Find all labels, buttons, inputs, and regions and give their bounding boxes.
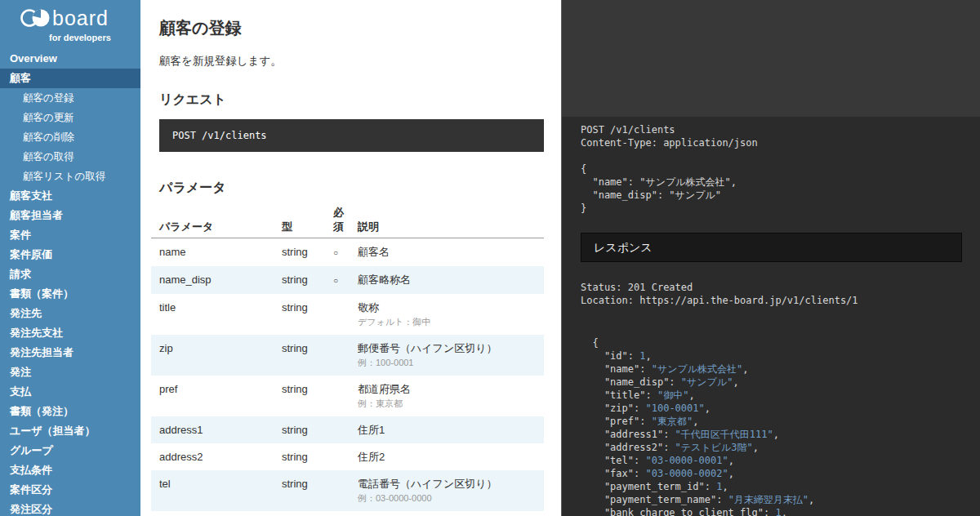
request-endpoint-code: POST /v1/clients — [159, 119, 544, 152]
param-name-cell: name_disp — [151, 266, 274, 294]
sidebar-item[interactable]: 顧客の削除 — [0, 127, 140, 147]
sidebar-item[interactable]: 顧客支社 — [0, 186, 140, 206]
request-heading: リクエスト — [159, 91, 544, 108]
sidebar-item[interactable]: 支払条件 — [0, 460, 140, 480]
required-mark: ○ — [333, 276, 338, 285]
board-logo[interactable]: board for developers — [0, 0, 140, 42]
sidebar-item[interactable]: 書類（発注） — [0, 402, 140, 421]
sidebar-item[interactable]: グループ — [0, 441, 140, 460]
sidebar-item[interactable]: 顧客リストの取得 — [0, 167, 140, 186]
param-type-cell: string — [274, 443, 325, 470]
sidebar-item[interactable]: 顧客の登録 — [0, 88, 140, 108]
param-note: 例：東京都 — [358, 398, 539, 410]
sidebar-item[interactable]: 案件 — [0, 225, 140, 245]
param-type-cell: string — [274, 294, 325, 335]
param-required-cell: ○ — [325, 238, 350, 267]
page-title: 顧客の登録 — [159, 18, 544, 38]
code-line: Content-Type: application/json — [581, 136, 964, 149]
response-section-header: レスポンス — [581, 233, 962, 262]
table-row: zipstring郵便番号（ハイフン区切り）例：100-0001 — [151, 335, 544, 376]
response-example-code: { "id": 1, "name": "サンプル株式会社", "name_dis… — [562, 307, 980, 516]
code-line: "zip": "100-0001", — [581, 402, 964, 415]
sidebar-item[interactable]: 顧客の取得 — [0, 147, 140, 167]
parameters-table: パラメータ型必須説明 namestring○顧客名name_dispstring… — [151, 201, 544, 516]
table-row: name_dispstring○顧客略称名 — [151, 266, 544, 294]
param-description: 都道府県名 — [358, 382, 539, 396]
code-line: "title": "御中", — [581, 389, 964, 402]
param-note: デフォルト：御中 — [358, 316, 539, 328]
param-description-cell: 顧客略称名 — [350, 266, 544, 294]
param-required-cell — [325, 470, 350, 511]
code-line — [581, 149, 964, 162]
param-note: 例：03-0000-0000 — [358, 492, 539, 505]
sidebar-item[interactable]: 発注先担当者 — [0, 343, 140, 363]
sidebar-item[interactable]: 顧客担当者 — [0, 206, 140, 225]
param-description: 郵便番号（ハイフン区切り） — [358, 341, 539, 355]
table-row: address1string住所1 — [151, 416, 544, 443]
param-name-cell: tel — [151, 470, 274, 511]
request-example-code: POST /v1/clientsContent-Type: applicatio… — [562, 117, 980, 215]
code-panel: POST /v1/clientsContent-Type: applicatio… — [561, 0, 980, 516]
param-name-cell: fax — [151, 511, 274, 516]
brand-tagline: for developers — [49, 33, 140, 42]
code-line: "payment_term_name": "月末締翌月末払", — [581, 493, 964, 506]
param-description-cell: 敬称デフォルト：御中 — [350, 294, 544, 335]
param-description: 住所2 — [358, 450, 539, 464]
table-row: prefstring都道府県名例：東京都 — [151, 376, 544, 416]
param-description: 住所1 — [358, 423, 539, 437]
code-line: "name": "サンプル株式会社", — [581, 363, 964, 376]
page-description: 顧客を新規登録します。 — [159, 54, 544, 69]
sidebar-item[interactable]: 発注先支社 — [0, 323, 140, 343]
param-required-cell — [325, 376, 350, 416]
param-type-cell: string — [274, 416, 325, 443]
table-header-cell: パラメータ — [151, 201, 274, 238]
sidebar-item[interactable]: 顧客の更新 — [0, 108, 140, 127]
table-row: faxstringFAX（ハイフン区切り） — [151, 511, 544, 516]
code-line: POST /v1/clients — [581, 123, 964, 136]
param-name-cell: address2 — [151, 443, 274, 470]
sidebar-item[interactable]: 発注先 — [0, 304, 140, 323]
code-line: Status: 201 Created — [581, 281, 964, 294]
param-description: 敬称 — [358, 300, 539, 314]
table-header-cell: 型 — [274, 201, 325, 238]
sidebar-item[interactable]: 書類（案件） — [0, 284, 140, 304]
code-line: "name_disp": "サンプル" — [581, 189, 964, 202]
code-line: "fax": "03-0000-0002", — [581, 467, 964, 480]
table-row: telstring電話番号（ハイフン区切り）例：03-0000-0000 — [151, 470, 544, 511]
sidebar-item[interactable]: 顧客 — [0, 69, 140, 88]
table-row: address2string住所2 — [151, 443, 544, 470]
sidebar: board for developers Overview顧客顧客の登録顧客の更… — [0, 0, 140, 516]
param-type-cell: string — [274, 470, 325, 511]
code-line: } — [581, 202, 964, 215]
code-panel-header-space — [562, 0, 980, 117]
param-description-cell: 都道府県名例：東京都 — [350, 376, 544, 416]
sidebar-item[interactable]: 支払 — [0, 382, 140, 402]
main-content: 顧客の登録 顧客を新規登録します。 リクエスト POST /v1/clients… — [140, 0, 561, 516]
param-description-cell: 郵便番号（ハイフン区切り）例：100-0001 — [350, 335, 544, 376]
param-required-cell — [325, 335, 350, 376]
table-row: namestring○顧客名 — [151, 238, 544, 267]
sidebar-item[interactable]: ユーザ（担当者） — [0, 421, 140, 441]
request-endpoint-text: POST /v1/clients — [172, 130, 267, 141]
table-header-row: パラメータ型必須説明 — [151, 201, 544, 238]
brand-name: board — [52, 8, 109, 29]
sidebar-nav: Overview顧客顧客の登録顧客の更新顧客の削除顧客の取得顧客リストの取得顧客… — [0, 49, 140, 516]
board-logo-icon — [20, 7, 50, 29]
sidebar-item[interactable]: 発注区分 — [0, 500, 140, 516]
table-body: namestring○顧客名name_dispstring○顧客略称名title… — [151, 238, 544, 516]
sidebar-item[interactable]: 発注 — [0, 363, 140, 382]
code-line: "bank_charge_to_client_flg": 1, — [581, 506, 964, 516]
code-line: Location: https://api.the-board.jp/v1/cl… — [581, 294, 964, 307]
code-line: "address2": "テストビル3階", — [581, 441, 964, 454]
sidebar-item[interactable]: Overview — [0, 49, 140, 69]
sidebar-item[interactable]: 案件区分 — [0, 480, 140, 500]
param-type-cell: string — [274, 238, 325, 267]
param-name-cell: pref — [151, 376, 274, 416]
sidebar-item[interactable]: 案件原価 — [0, 245, 140, 265]
param-type-cell: string — [274, 335, 325, 376]
param-description: 電話番号（ハイフン区切り） — [358, 477, 539, 491]
param-type-cell: string — [274, 376, 325, 416]
code-line: { — [581, 162, 964, 176]
param-required-cell — [325, 416, 350, 443]
sidebar-item[interactable]: 請求 — [0, 265, 140, 284]
